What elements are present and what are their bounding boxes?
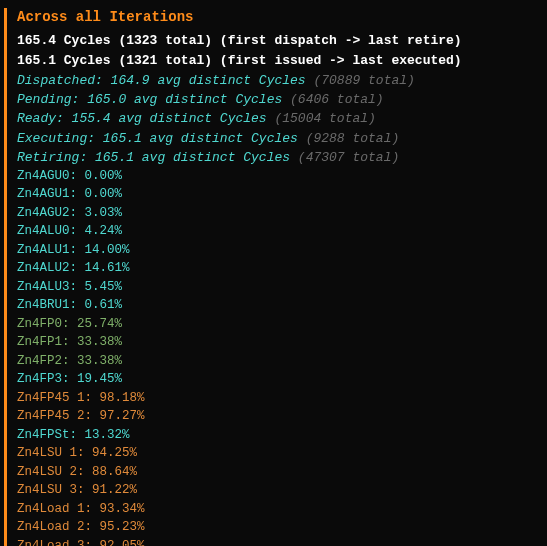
unit-pct: : 92.05% — [85, 539, 145, 546]
stat-line: Ready: 155.4 avg distinct Cycles (15004 … — [17, 110, 547, 128]
unit-line: Zn4FP45 1: 98.18% — [17, 390, 547, 408]
stat-label: Pending: 165.0 avg distinct Cycles — [17, 92, 282, 107]
unit-pct: : 14.00% — [70, 243, 130, 257]
stat-label: Dispatched: 164.9 avg distinct Cycles — [17, 73, 306, 88]
unit-line: Zn4BRU1: 0.61% — [17, 297, 547, 315]
unit-name: Zn4AGU2 — [17, 206, 70, 220]
stat-label: Retiring: 165.1 avg distinct Cycles — [17, 150, 290, 165]
unit-line: Zn4Load 2: 95.23% — [17, 519, 547, 537]
unit-name: Zn4FPSt — [17, 428, 70, 442]
unit-name: Zn4BRU1 — [17, 298, 70, 312]
unit-name: Zn4Load 3 — [17, 539, 85, 546]
unit-name: Zn4FP0 — [17, 317, 62, 331]
unit-name: Zn4Load 2 — [17, 520, 85, 534]
unit-name: Zn4LSU 1 — [17, 446, 77, 460]
unit-pct: : 0.00% — [70, 187, 123, 201]
unit-name: Zn4LSU 2 — [17, 465, 77, 479]
stat-total: (70889 total) — [306, 73, 415, 88]
unit-line: Zn4ALU2: 14.61% — [17, 260, 547, 278]
unit-name: Zn4Load 1 — [17, 502, 85, 516]
unit-pct: : 33.38% — [62, 335, 122, 349]
unit-line: Zn4Load 3: 92.05% — [17, 538, 547, 546]
unit-name: Zn4ALU2 — [17, 261, 70, 275]
unit-line: Zn4FP3: 19.45% — [17, 371, 547, 389]
unit-line: Zn4AGU2: 3.03% — [17, 205, 547, 223]
unit-pct: : 5.45% — [70, 280, 123, 294]
unit-pct: : 0.00% — [70, 169, 123, 183]
stats-block: Dispatched: 164.9 avg distinct Cycles (7… — [17, 72, 547, 167]
stat-line: Retiring: 165.1 avg distinct Cycles (473… — [17, 149, 547, 167]
unit-name: Zn4FP45 2 — [17, 409, 85, 423]
unit-line: Zn4Load 1: 93.34% — [17, 501, 547, 519]
stat-total: (9288 total) — [298, 131, 399, 146]
stat-total: (47307 total) — [290, 150, 399, 165]
unit-line: Zn4FPSt: 13.32% — [17, 427, 547, 445]
cycles-line-2: 165.1 Cycles (1321 total) (first issued … — [17, 52, 547, 70]
unit-pct: : 19.45% — [62, 372, 122, 386]
unit-name: Zn4ALU3 — [17, 280, 70, 294]
unit-pct: : 13.32% — [70, 428, 130, 442]
unit-line: Zn4FP2: 33.38% — [17, 353, 547, 371]
stat-line: Executing: 165.1 avg distinct Cycles (92… — [17, 130, 547, 148]
unit-line: Zn4ALU3: 5.45% — [17, 279, 547, 297]
stat-label: Ready: 155.4 avg distinct Cycles — [17, 111, 267, 126]
unit-line: Zn4ALU1: 14.00% — [17, 242, 547, 260]
iterations-panel: Across all Iterations 165.4 Cycles (1323… — [4, 8, 547, 546]
unit-pct: : 94.25% — [77, 446, 137, 460]
unit-name: Zn4LSU 3 — [17, 483, 77, 497]
unit-line: Zn4LSU 3: 91.22% — [17, 482, 547, 500]
unit-name: Zn4FP1 — [17, 335, 62, 349]
stat-line: Dispatched: 164.9 avg distinct Cycles (7… — [17, 72, 547, 90]
cycles-line-1: 165.4 Cycles (1323 total) (first dispatc… — [17, 32, 547, 50]
unit-pct: : 93.34% — [85, 502, 145, 516]
unit-pct: : 91.22% — [77, 483, 137, 497]
unit-pct: : 33.38% — [62, 354, 122, 368]
units-block: Zn4AGU0: 0.00%Zn4AGU1: 0.00%Zn4AGU2: 3.0… — [17, 168, 547, 546]
unit-pct: : 3.03% — [70, 206, 123, 220]
unit-line: Zn4AGU0: 0.00% — [17, 168, 547, 186]
unit-line: Zn4FP0: 25.74% — [17, 316, 547, 334]
unit-name: Zn4FP3 — [17, 372, 62, 386]
unit-pct: : 97.27% — [85, 409, 145, 423]
unit-pct: : 25.74% — [62, 317, 122, 331]
stat-total: (6406 total) — [282, 92, 383, 107]
unit-pct: : 4.24% — [70, 224, 123, 238]
unit-pct: : 98.18% — [85, 391, 145, 405]
panel-title: Across all Iterations — [17, 8, 547, 28]
unit-line: Zn4ALU0: 4.24% — [17, 223, 547, 241]
unit-name: Zn4AGU1 — [17, 187, 70, 201]
unit-name: Zn4FP2 — [17, 354, 62, 368]
unit-pct: : 95.23% — [85, 520, 145, 534]
unit-line: Zn4AGU1: 0.00% — [17, 186, 547, 204]
unit-pct: : 88.64% — [77, 465, 137, 479]
unit-line: Zn4FP1: 33.38% — [17, 334, 547, 352]
unit-pct: : 14.61% — [70, 261, 130, 275]
unit-name: Zn4ALU0 — [17, 224, 70, 238]
unit-line: Zn4LSU 2: 88.64% — [17, 464, 547, 482]
unit-name: Zn4AGU0 — [17, 169, 70, 183]
stat-label: Executing: 165.1 avg distinct Cycles — [17, 131, 298, 146]
stat-total: (15004 total) — [267, 111, 376, 126]
unit-name: Zn4FP45 1 — [17, 391, 85, 405]
unit-name: Zn4ALU1 — [17, 243, 70, 257]
stat-line: Pending: 165.0 avg distinct Cycles (6406… — [17, 91, 547, 109]
unit-line: Zn4LSU 1: 94.25% — [17, 445, 547, 463]
unit-pct: : 0.61% — [70, 298, 123, 312]
unit-line: Zn4FP45 2: 97.27% — [17, 408, 547, 426]
